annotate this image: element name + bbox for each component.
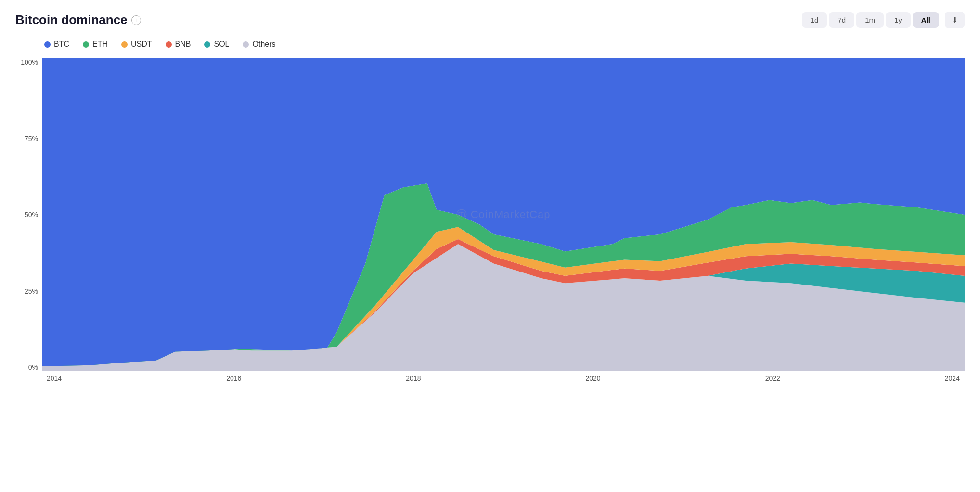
title-area: Bitcoin dominance i: [15, 13, 141, 27]
x-axis: 2014 2016 2018 2020 2022 2024: [42, 371, 965, 386]
legend-item-bnb: BNB: [166, 40, 191, 49]
y-label-0: 0%: [15, 363, 42, 371]
time-btn-all[interactable]: All: [913, 12, 939, 28]
legend-item-others: Others: [243, 40, 275, 49]
x-label-2024: 2024: [945, 375, 960, 382]
time-btn-7d[interactable]: 7d: [829, 12, 854, 28]
legend-item-usdt: USDT: [121, 40, 152, 49]
btc-dot: [44, 41, 51, 48]
y-label-25: 25%: [15, 287, 42, 295]
time-button-group: 1d 7d 1m 1y All ⬇: [802, 12, 965, 28]
time-btn-1y[interactable]: 1y: [886, 12, 911, 28]
time-btn-1m[interactable]: 1m: [856, 12, 884, 28]
y-label-75: 75%: [15, 135, 42, 142]
x-label-2020: 2020: [585, 375, 600, 382]
y-label-50: 50%: [15, 211, 42, 219]
legend-item-btc: BTC: [44, 40, 69, 49]
time-btn-1d[interactable]: 1d: [802, 12, 827, 28]
x-label-2022: 2022: [765, 375, 780, 382]
legend-item-eth: ETH: [83, 40, 108, 49]
chart-legend: BTC ETH USDT BNB SOL Others: [15, 40, 965, 49]
others-label: Others: [252, 40, 275, 49]
legend-item-sol: SOL: [204, 40, 229, 49]
chart-header: Bitcoin dominance i 1d 7d 1m 1y All ⬇: [15, 12, 965, 28]
eth-label: ETH: [92, 40, 108, 49]
btc-label: BTC: [54, 40, 69, 49]
others-dot: [243, 41, 249, 48]
x-label-2018: 2018: [406, 375, 421, 382]
bnb-dot: [166, 41, 172, 48]
y-axis: 100% 75% 50% 25% 0%: [15, 58, 42, 386]
chart-title: Bitcoin dominance: [15, 13, 128, 27]
chart-container: 100% 75% 50% 25% 0% ⓜ C: [15, 58, 965, 386]
chart-svg-area: ⓜ CoinMarketCap: [42, 58, 965, 371]
x-label-2016: 2016: [226, 375, 241, 382]
bnb-label: BNB: [175, 40, 191, 49]
download-button[interactable]: ⬇: [945, 12, 965, 28]
sol-label: SOL: [214, 40, 229, 49]
usdt-dot: [121, 41, 128, 48]
eth-dot: [83, 41, 89, 48]
sol-dot: [204, 41, 210, 48]
x-label-2014: 2014: [47, 375, 62, 382]
stacked-area-chart: [42, 58, 965, 371]
info-icon[interactable]: i: [131, 15, 141, 25]
usdt-label: USDT: [131, 40, 152, 49]
y-label-100: 100%: [15, 58, 42, 66]
